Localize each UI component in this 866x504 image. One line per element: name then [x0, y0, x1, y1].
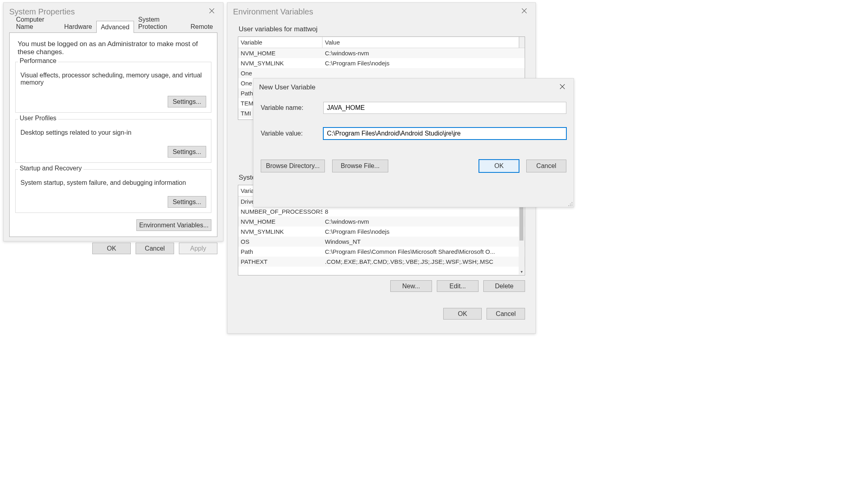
ok-button[interactable]: OK	[479, 160, 519, 172]
variable-name-label: Variable name:	[261, 104, 323, 111]
group-performance: Performance Visual effects, processor sc…	[15, 62, 211, 113]
svg-point-4	[570, 205, 571, 206]
apply-button[interactable]: Apply	[179, 243, 217, 254]
cancel-button[interactable]: Cancel	[136, 243, 174, 254]
cell-value: .COM;.EXE;.BAT;.CMD;.VBS;.VBE;.JS;.JSE;.…	[322, 258, 519, 265]
settings-button-startup-recovery[interactable]: Settings...	[168, 196, 206, 208]
legend-startup-recovery: Startup and Recovery	[18, 165, 83, 172]
scrollbar-thumb[interactable]	[519, 204, 523, 241]
ok-button[interactable]: OK	[92, 243, 131, 254]
desc-startup-recovery: System startup, system failure, and debu…	[20, 179, 206, 186]
cell-value: C:\windows-nvm	[322, 218, 519, 225]
settings-button-performance[interactable]: Settings...	[168, 96, 206, 107]
scrollbar[interactable]: ▴ ▾	[519, 197, 524, 275]
table-row[interactable]: PathC:\Program Files\Common Files\Micros…	[238, 247, 525, 257]
close-icon[interactable]	[520, 7, 530, 16]
group-user-profiles: User Profiles Desktop settings related t…	[15, 119, 211, 163]
titlebar[interactable]: Environment Variables	[227, 3, 535, 20]
cell-variable: OS	[238, 238, 322, 245]
cell-variable: One	[238, 70, 322, 77]
new-button-system[interactable]: New...	[390, 280, 432, 292]
settings-button-user-profiles[interactable]: Settings...	[168, 146, 206, 158]
variable-value-input[interactable]	[323, 128, 566, 140]
tab-computer-name[interactable]: Computer Name	[12, 13, 60, 32]
close-icon[interactable]	[208, 7, 217, 16]
cell-variable: NVM_HOME	[238, 50, 322, 57]
window-title: New User Variable	[259, 83, 315, 91]
variable-name-input[interactable]	[323, 102, 566, 114]
svg-point-5	[572, 205, 572, 206]
browse-file-button[interactable]: Browse File...	[332, 160, 388, 172]
cell-value: 8	[322, 208, 519, 215]
resize-grip-icon[interactable]	[567, 200, 573, 206]
table-row[interactable]: One	[238, 68, 525, 78]
cell-variable: NUMBER_OF_PROCESSORS	[238, 208, 322, 215]
user-vars-label: User variables for mattwoj	[239, 25, 525, 33]
cell-value: Windows_NT	[322, 238, 519, 245]
tab-page-advanced: You must be logged on as an Administrato…	[9, 32, 217, 237]
close-icon[interactable]	[558, 83, 568, 92]
scrollbar[interactable]	[519, 37, 525, 48]
svg-point-0	[572, 202, 572, 203]
new-user-variable-dialog: New User Variable Variable name: Variabl…	[253, 78, 574, 207]
tabstrip: Computer Name Hardware Advanced System P…	[9, 20, 217, 32]
col-value[interactable]: Value	[322, 37, 519, 48]
cell-value: C:\Program Files\Common Files\Microsoft …	[322, 248, 519, 255]
desc-performance: Visual effects, processor scheduling, me…	[20, 72, 206, 86]
table-row[interactable]: PATHEXT.COM;.EXE;.BAT;.CMD;.VBS;.VBE;.JS…	[238, 257, 525, 267]
cancel-button[interactable]: Cancel	[526, 160, 566, 172]
edit-button-system[interactable]: Edit...	[437, 280, 479, 292]
tab-remote[interactable]: Remote	[186, 20, 217, 32]
table-row[interactable]: NVM_SYMLINKC:\Program Files\nodejs	[238, 227, 525, 237]
browse-directory-button[interactable]: Browse Directory...	[261, 160, 325, 172]
table-row[interactable]: OSWindows_NT	[238, 237, 525, 247]
tab-advanced[interactable]: Advanced	[96, 21, 134, 33]
cell-value: C:\Program Files\nodejs	[322, 228, 519, 235]
cell-variable: PATHEXT	[238, 258, 322, 265]
cell-value: C:\Program Files\nodejs	[322, 60, 519, 67]
cell-variable: Path	[238, 248, 322, 255]
table-row[interactable]: NVM_SYMLINKC:\Program Files\nodejs	[238, 58, 525, 68]
delete-button-system[interactable]: Delete	[483, 280, 525, 292]
svg-point-1	[570, 204, 571, 204]
table-row[interactable]: NVM_HOMEC:\windows-nvm	[238, 48, 525, 58]
cell-variable: NVM_HOME	[238, 218, 322, 225]
admin-note: You must be logged on as an Administrato…	[18, 40, 209, 56]
environment-variables-button[interactable]: Environment Variables...	[136, 219, 211, 231]
table-row[interactable]: NUMBER_OF_PROCESSORS8	[238, 206, 525, 217]
system-properties-window: System Properties Computer Name Hardware…	[3, 2, 223, 241]
variable-value-label: Variable value:	[261, 130, 323, 137]
table-row[interactable]: NVM_HOMEC:\windows-nvm	[238, 217, 525, 227]
desc-user-profiles: Desktop settings related to your sign-in	[20, 129, 206, 136]
tab-system-protection[interactable]: System Protection	[134, 13, 186, 32]
legend-performance: Performance	[18, 57, 58, 65]
group-startup-recovery: Startup and Recovery System startup, sys…	[15, 169, 211, 213]
svg-point-3	[568, 205, 569, 206]
svg-point-2	[572, 204, 572, 204]
chevron-down-icon[interactable]: ▾	[519, 268, 524, 275]
cancel-button[interactable]: Cancel	[487, 308, 525, 320]
legend-user-profiles: User Profiles	[18, 115, 58, 122]
cell-value: C:\windows-nvm	[322, 50, 519, 57]
cell-variable: NVM_SYMLINK	[238, 228, 322, 235]
col-variable[interactable]: Variable	[238, 37, 322, 48]
tab-hardware[interactable]: Hardware	[60, 20, 96, 32]
cell-variable: NVM_SYMLINK	[238, 60, 322, 67]
titlebar[interactable]: New User Variable	[254, 79, 574, 93]
ok-button[interactable]: OK	[443, 308, 482, 320]
window-title: Environment Variables	[233, 7, 313, 16]
